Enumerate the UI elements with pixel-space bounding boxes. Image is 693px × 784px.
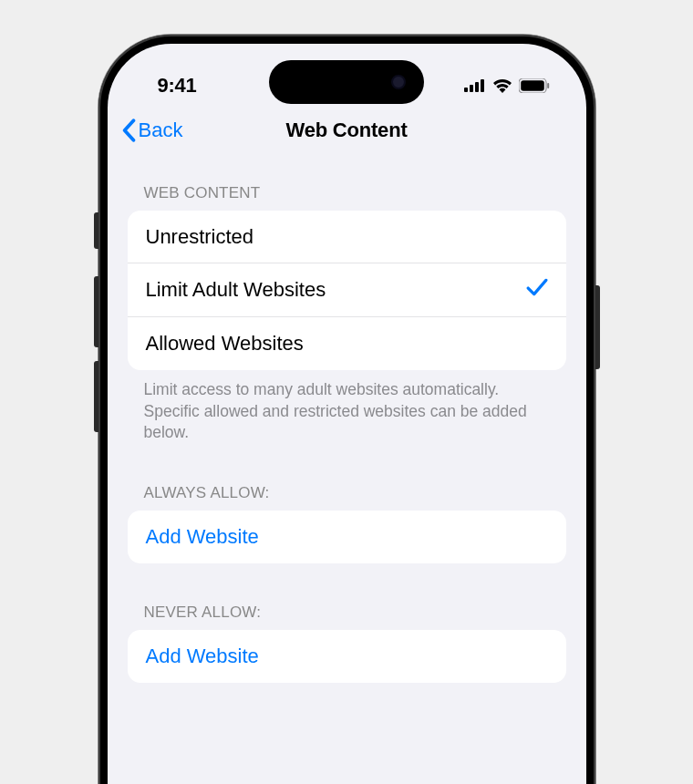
content-area: Web Content Unrestricted Limit Adult Web… xyxy=(108,155,586,683)
battery-icon xyxy=(519,78,550,93)
option-label: Unrestricted xyxy=(146,225,254,249)
add-website-label: Add Website xyxy=(146,645,259,668)
checkmark-icon xyxy=(526,277,548,303)
chevron-left-icon xyxy=(120,119,137,142)
nav-bar: Back Web Content xyxy=(108,106,586,155)
add-website-always-allow[interactable]: Add Website xyxy=(128,511,566,563)
option-label: Allowed Websites xyxy=(146,332,304,356)
section-footer-web-content: Limit access to many adult websites auto… xyxy=(128,370,566,444)
page-title: Web Content xyxy=(285,119,407,142)
svg-rect-0 xyxy=(464,88,468,92)
section-header-web-content: Web Content xyxy=(128,175,566,211)
svg-rect-3 xyxy=(481,79,484,92)
option-label: Limit Adult Websites xyxy=(146,278,326,302)
svg-rect-5 xyxy=(521,80,544,91)
status-time: 9:41 xyxy=(158,74,197,98)
svg-rect-1 xyxy=(470,85,473,92)
never-allow-list: Add Website xyxy=(128,630,566,683)
wifi-icon xyxy=(492,78,512,93)
svg-rect-2 xyxy=(475,82,479,92)
option-allowed-websites[interactable]: Allowed Websites xyxy=(128,317,566,370)
add-website-never-allow[interactable]: Add Website xyxy=(128,630,566,683)
always-allow-list: Add Website xyxy=(128,511,566,563)
web-content-options: Unrestricted Limit Adult Websites Allowe… xyxy=(128,211,566,370)
iphone-frame: 9:41 Back Web Content Web Content xyxy=(98,35,595,784)
option-unrestricted[interactable]: Unrestricted xyxy=(128,211,566,263)
add-website-label: Add Website xyxy=(146,525,259,549)
back-label: Back xyxy=(139,119,183,142)
front-camera xyxy=(391,75,406,89)
cellular-icon xyxy=(464,79,486,92)
back-button[interactable]: Back xyxy=(120,119,183,142)
section-header-never-allow: Never Allow: xyxy=(128,594,566,630)
status-icons xyxy=(464,78,550,93)
dynamic-island xyxy=(269,60,424,104)
option-limit-adult[interactable]: Limit Adult Websites xyxy=(128,263,566,317)
svg-rect-6 xyxy=(547,83,549,88)
screen: 9:41 Back Web Content Web Content xyxy=(108,44,586,784)
section-header-always-allow: Always Allow: xyxy=(128,475,566,511)
